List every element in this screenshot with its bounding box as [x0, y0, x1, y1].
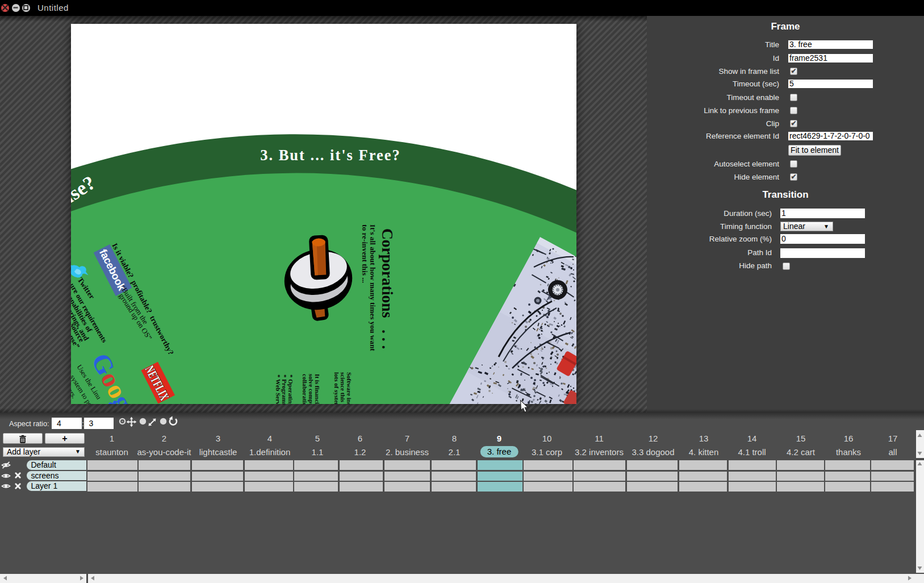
svg-text:collaboration: collaboration [302, 374, 308, 404]
svg-text:3. But ... it's Free?: 3. But ... it's Free? [260, 147, 401, 164]
svg-text:It's all about how many times: It's all about how many times you want [369, 224, 377, 351]
svg-text:to re-invent this ...: to re-invent this ... [361, 224, 369, 283]
svg-text:lots of systems: lots of systems [333, 372, 340, 404]
svg-text:Corporations . . .: Corporations . . . [379, 228, 396, 349]
svg-text:* Web Services: * Web Services [275, 374, 282, 404]
